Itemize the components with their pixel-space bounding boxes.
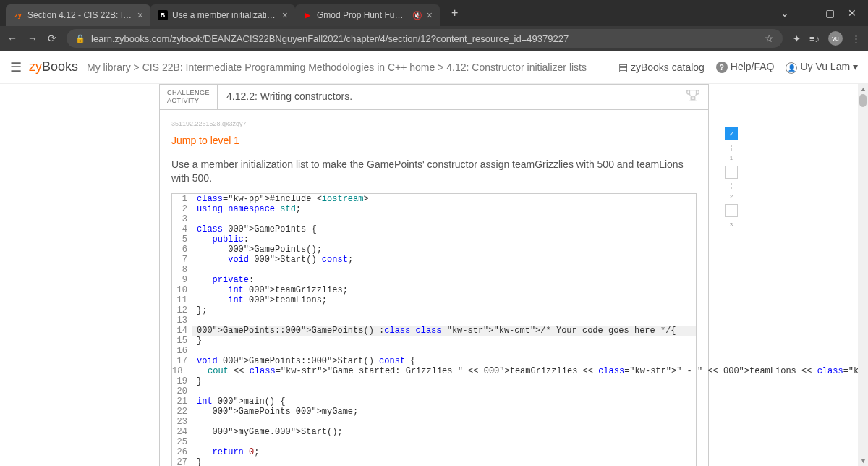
line-number: 26 bbox=[172, 447, 192, 457]
code-text[interactable] bbox=[192, 417, 696, 427]
code-editor[interactable]: 1class="kw-pp">#include <iostream>2using… bbox=[171, 193, 697, 466]
code-text[interactable] bbox=[192, 386, 696, 397]
close-icon[interactable]: × bbox=[427, 9, 433, 21]
code-line[interactable]: 3 bbox=[172, 214, 696, 224]
line-number: 12 bbox=[172, 305, 192, 315]
chevron-down-icon[interactable]: ⌄ bbox=[780, 7, 789, 19]
code-line[interactable]: 17void 000">GamePoints::000">Start() con… bbox=[172, 356, 696, 366]
hamburger-icon[interactable]: ☰ bbox=[10, 59, 22, 75]
code-text[interactable]: 000">myGame.000">Start(); bbox=[192, 427, 696, 437]
scroll-up-icon[interactable]: ▲ bbox=[860, 85, 867, 93]
code-text[interactable]: } bbox=[192, 457, 696, 466]
code-text[interactable] bbox=[192, 265, 696, 275]
breadcrumb[interactable]: My library > CIS 22B: Intermediate Progr… bbox=[87, 62, 587, 73]
code-line[interactable]: 20 bbox=[172, 386, 696, 397]
code-text[interactable]: 000">GamePoints 000">myGame; bbox=[192, 407, 696, 417]
code-text[interactable]: int 000">teamLions; bbox=[192, 295, 696, 305]
code-text[interactable]: private: bbox=[192, 275, 696, 285]
code-text[interactable]: 000">GamePoints(); bbox=[192, 245, 696, 255]
new-tab-button[interactable]: + bbox=[446, 4, 464, 22]
code-line[interactable]: 4class 000">GamePoints { bbox=[172, 224, 696, 234]
zybooks-logo[interactable]: zyBooks bbox=[29, 59, 78, 75]
code-line[interactable]: 19} bbox=[172, 376, 696, 386]
browser-tab[interactable]: zy Section 4.12 - CIS 22B: Intermedi × bbox=[6, 4, 150, 26]
reading-list-icon[interactable]: ≡♪ bbox=[809, 33, 820, 44]
code-text[interactable]: cout << class="kw-str">"Game started: Gr… bbox=[187, 366, 868, 376]
code-text[interactable]: } bbox=[192, 376, 696, 386]
code-text[interactable]: return 0; bbox=[192, 447, 696, 457]
step-indicator-2[interactable] bbox=[725, 166, 738, 179]
user-menu[interactable]: 👤 Uy Vu Lam ▾ bbox=[786, 61, 858, 74]
code-text[interactable]: } bbox=[192, 336, 696, 346]
step-indicator-3[interactable] bbox=[725, 204, 738, 217]
close-window-icon[interactable]: ✕ bbox=[848, 7, 856, 19]
code-line[interactable]: 21int 000">main() { bbox=[172, 397, 696, 407]
browser-tab[interactable]: ▶ Gmod Prop Hunt Funny Mon 🔇 × bbox=[295, 4, 440, 26]
code-line[interactable]: 2using namespace std; bbox=[172, 204, 696, 214]
minimize-icon[interactable]: — bbox=[802, 7, 812, 19]
profile-avatar[interactable]: vu bbox=[828, 31, 843, 46]
code-text[interactable]: public: bbox=[192, 234, 696, 245]
line-number: 6 bbox=[172, 245, 192, 255]
address-bar[interactable]: 🔒 learn.zybooks.com/zybook/DEANZACIS22BN… bbox=[67, 29, 783, 48]
code-line[interactable]: 5 public: bbox=[172, 234, 696, 245]
help-link[interactable]: ? Help/FAQ bbox=[716, 61, 775, 74]
code-line[interactable]: 23 bbox=[172, 417, 696, 427]
scrollbar-thumb[interactable] bbox=[859, 94, 867, 107]
code-line[interactable]: 9 private: bbox=[172, 275, 696, 285]
close-icon[interactable]: × bbox=[137, 9, 143, 21]
line-number: 16 bbox=[172, 346, 192, 356]
code-line[interactable]: 11 int 000">teamLions; bbox=[172, 295, 696, 305]
code-line[interactable]: 18 cout << class="kw-str">"Game started:… bbox=[172, 366, 696, 376]
code-line[interactable]: 22 000">GamePoints 000">myGame; bbox=[172, 407, 696, 417]
code-line[interactable]: 16 bbox=[172, 346, 696, 356]
code-line[interactable]: 12}; bbox=[172, 305, 696, 315]
mute-icon[interactable]: 🔇 bbox=[412, 11, 422, 20]
code-line[interactable]: 24 000">myGame.000">Start(); bbox=[172, 427, 696, 437]
code-line[interactable]: 25 bbox=[172, 437, 696, 447]
code-text[interactable]: class="kw-pp">#include <iostream> bbox=[192, 194, 696, 204]
step-label: 3 bbox=[730, 221, 733, 228]
scroll-down-icon[interactable]: ▼ bbox=[860, 457, 867, 465]
back-icon[interactable]: ← bbox=[7, 33, 17, 44]
code-line[interactable]: 7 void 000">Start() const; bbox=[172, 255, 696, 265]
code-line[interactable]: 6 000">GamePoints(); bbox=[172, 245, 696, 255]
line-number: 13 bbox=[172, 315, 192, 326]
code-text[interactable]: 000">GamePoints::000">GamePoints() :clas… bbox=[192, 326, 696, 336]
line-number: 27 bbox=[172, 457, 192, 466]
line-number: 10 bbox=[172, 285, 192, 295]
code-text[interactable] bbox=[192, 315, 696, 326]
menu-icon[interactable]: ⋮ bbox=[851, 33, 861, 44]
browser-tab[interactable]: B Use a member initialization list to × bbox=[150, 4, 295, 26]
code-text[interactable]: void 000">Start() const; bbox=[192, 255, 696, 265]
code-text[interactable] bbox=[192, 346, 696, 356]
step-indicator-1[interactable]: ✓ bbox=[725, 127, 738, 140]
code-line[interactable]: 1class="kw-pp">#include <iostream> bbox=[172, 194, 696, 204]
reload-icon[interactable]: ⟳ bbox=[48, 33, 56, 44]
jump-to-level-link[interactable]: Jump to level 1 bbox=[171, 135, 697, 146]
code-line[interactable]: 15} bbox=[172, 336, 696, 346]
code-text[interactable]: class 000">GamePoints { bbox=[192, 224, 696, 234]
star-icon[interactable]: ☆ bbox=[765, 33, 774, 44]
extension-icon[interactable]: ✦ bbox=[793, 33, 801, 44]
code-text[interactable]: int 000">teamGrizzlies; bbox=[192, 285, 696, 295]
code-text[interactable]: using namespace std; bbox=[192, 204, 696, 214]
browser-toolbar: ← → ⟳ 🔒 learn.zybooks.com/zybook/DEANZAC… bbox=[0, 26, 868, 51]
code-line[interactable]: 13 bbox=[172, 315, 696, 326]
close-icon[interactable]: × bbox=[282, 9, 288, 21]
line-number: 14 bbox=[172, 326, 192, 336]
scrollbar[interactable]: ▲ ▼ bbox=[858, 84, 868, 466]
code-text[interactable]: int 000">main() { bbox=[192, 397, 696, 407]
code-line[interactable]: 14000">GamePoints::000">GamePoints() :cl… bbox=[172, 326, 696, 336]
forward-icon[interactable]: → bbox=[27, 33, 38, 44]
code-line[interactable]: 26 return 0; bbox=[172, 447, 696, 457]
catalog-link[interactable]: ▤ zyBooks catalog bbox=[618, 62, 705, 73]
code-text[interactable] bbox=[192, 437, 696, 447]
code-line[interactable]: 10 int 000">teamGrizzlies; bbox=[172, 285, 696, 295]
code-text[interactable] bbox=[192, 214, 696, 224]
code-text[interactable]: }; bbox=[192, 305, 696, 315]
code-line[interactable]: 8 bbox=[172, 265, 696, 275]
code-line[interactable]: 27} bbox=[172, 457, 696, 466]
code-text[interactable]: void 000">GamePoints::000">Start() const… bbox=[192, 356, 696, 366]
maximize-icon[interactable]: ▢ bbox=[825, 7, 835, 19]
